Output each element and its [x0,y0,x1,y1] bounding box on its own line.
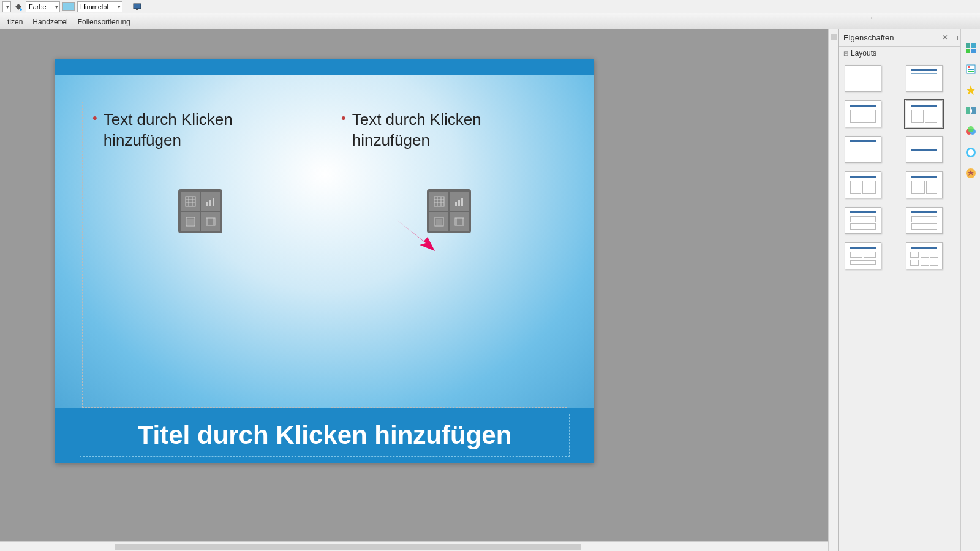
layouts-section-header[interactable]: Layouts [839,47,960,60]
overflow-indicator: ¸ [871,12,873,18]
svg-rect-34 [968,69,974,70]
content-placeholder-left[interactable]: Text durch Klicken hinzufügen [82,102,318,408]
insert-chart-icon[interactable] [201,192,220,211]
svg-rect-21 [458,200,460,206]
svg-rect-35 [968,71,974,72]
insert-movie-icon[interactable] [450,212,469,231]
insert-chart-icon[interactable] [450,192,469,211]
layout-blank[interactable] [845,65,881,92]
svg-rect-38 [971,107,976,114]
insert-movie-icon[interactable] [201,212,220,231]
content-placeholder-right[interactable]: Text durch Klicken hinzufügen [331,102,567,408]
title-placeholder-text: Titel durch Klicken hinzufügen [138,421,512,450]
color-mode-select[interactable]: Farbe [26,1,60,12]
view-tab-foliensortierung[interactable]: Foliensortierung [73,15,135,29]
slide-title-area: Titel durch Klicken hinzufügen [55,408,594,463]
svg-rect-20 [455,202,457,206]
svg-rect-24 [436,219,442,225]
layout-two-content[interactable] [906,100,943,127]
svg-rect-8 [209,200,211,206]
layout-two-text[interactable] [845,207,881,234]
placeholder-text: Text durch Klicken hinzufügen [352,110,557,151]
slide: Text durch Klicken hinzufügen Text durch… [55,59,594,463]
view-tabs: tizen Handzettel Foliensortierung [0,13,980,29]
insert-image-icon[interactable] [429,212,448,231]
slide-canvas[interactable]: Text durch Klicken hinzufügen Text durch… [0,29,838,551]
properties-icon[interactable] [964,42,978,55]
gallery-icon[interactable] [964,125,978,138]
svg-rect-7 [206,202,208,206]
properties-panel: Eigenschaften ✕ Layouts [838,29,960,551]
insert-content-grid[interactable] [178,189,222,233]
layout-title-2rows[interactable] [906,207,943,234]
layout-gallery [839,60,960,274]
layout-four-obj[interactable] [845,242,881,269]
sidebar-deck [960,29,980,551]
insert-image-icon[interactable] [181,212,200,231]
svg-rect-1 [136,9,138,10]
layout-title-content[interactable] [845,100,881,127]
svg-rect-33 [968,66,970,68]
top-toolbar: Farbe Himmelbl ¸ [0,0,980,13]
masters-icon[interactable] [964,62,978,76]
layout-two-obj[interactable] [845,171,881,198]
layout-title-only[interactable] [845,136,881,163]
title-placeholder[interactable]: Titel durch Klicken hinzufügen [80,414,570,457]
svg-rect-9 [213,198,214,206]
svg-rect-11 [187,219,194,225]
placeholder-text: Text durch Klicken hinzufügen [104,110,308,151]
dock-icon[interactable] [952,36,958,40]
svg-rect-31 [971,49,976,53]
monitor-icon[interactable] [132,2,142,12]
svg-rect-0 [134,4,141,9]
close-icon[interactable]: ✕ [942,33,948,42]
slide-header-bar [55,59,594,75]
paint-bucket-icon[interactable] [13,2,23,12]
panel-title: Eigenschaften ✕ [839,29,960,47]
transition-icon[interactable] [964,104,978,118]
panel-title-text: Eigenschaften [843,33,894,42]
svg-rect-2 [186,197,195,206]
vertical-scrollbar[interactable] [828,29,838,551]
svg-point-41 [968,126,974,132]
svg-rect-15 [434,197,444,206]
insert-table-icon[interactable] [181,192,200,211]
horizontal-scrollbar[interactable] [0,541,828,551]
layout-obj-text[interactable] [906,171,943,198]
insert-table-icon[interactable] [429,192,448,211]
svg-rect-29 [971,43,976,48]
layout-title[interactable] [906,65,943,92]
color-swatch[interactable] [62,2,75,11]
svg-rect-30 [966,49,970,53]
layout-centered[interactable] [906,136,943,163]
view-tab-handzettel[interactable]: Handzettel [28,15,72,29]
slide-body: Text durch Klicken hinzufügen Text durch… [55,75,594,408]
svg-marker-36 [966,85,976,95]
insert-content-grid[interactable] [427,189,471,233]
svg-rect-22 [461,198,463,206]
layout-six-obj[interactable] [906,242,943,269]
svg-rect-28 [966,43,970,48]
styles-icon[interactable] [964,167,978,180]
view-tab-notizen[interactable]: tizen [2,15,28,29]
animation-icon[interactable] [964,83,978,97]
svg-rect-37 [966,107,970,114]
navigator-icon[interactable] [964,146,978,159]
svg-point-43 [968,149,974,156]
toolbar-dropdown[interactable] [2,1,11,12]
color-name-select[interactable]: Himmelbl [77,1,123,12]
